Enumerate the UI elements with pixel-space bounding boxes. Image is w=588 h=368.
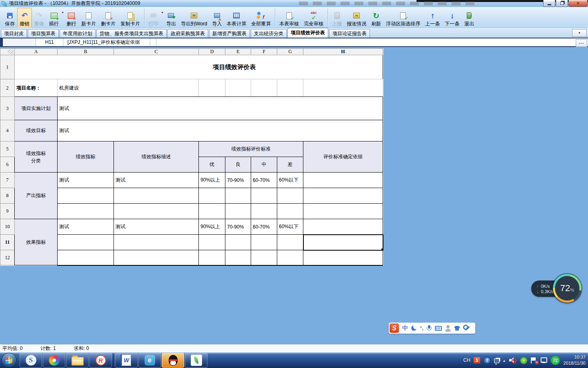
cell-f10[interactable]: 60-70% <box>251 219 277 235</box>
cell-g11[interactable] <box>277 235 303 250</box>
cell-g12[interactable] <box>277 250 303 265</box>
cell-g2[interactable] <box>277 79 303 97</box>
cell-c7[interactable]: 测试 <box>114 173 199 188</box>
cell-h7[interactable] <box>303 173 383 188</box>
column-header-h[interactable]: H <box>303 49 383 55</box>
toolbar-button-refresh[interactable]: 刷新 <box>369 8 383 29</box>
cell-e8[interactable] <box>225 188 251 204</box>
row-header-11[interactable]: 11 <box>0 235 15 250</box>
tab-overflow-button[interactable] <box>572 29 587 37</box>
column-header-d[interactable]: D <box>199 49 225 55</box>
cell-hdr-standard[interactable]: 绩效指标评价标准 <box>199 141 303 157</box>
cell-d8[interactable] <box>199 188 225 204</box>
cell-b11[interactable] <box>58 235 114 250</box>
print-dropdown-icon[interactable]: ▼ <box>161 11 164 14</box>
toolbar-button-exit[interactable]: 退出 <box>462 8 477 29</box>
punctuation-icon[interactable]: °, <box>420 325 423 331</box>
cell-group-output[interactable]: 产出指标 <box>15 173 58 219</box>
row-header-3[interactable]: 3 <box>0 97 15 120</box>
soft-keyboard-icon[interactable] <box>435 326 442 331</box>
cell-c11[interactable] <box>114 235 199 250</box>
toolbar-button-insert-row[interactable]: 插行 <box>47 8 61 29</box>
cell-d7[interactable]: 90%以上 <box>199 173 225 188</box>
sogou-ime-tray-icon[interactable] <box>474 357 480 364</box>
cell-c12[interactable] <box>114 250 199 265</box>
cell-hdr-poor[interactable]: 差 <box>277 157 303 173</box>
cell-f9[interactable] <box>251 204 277 219</box>
column-header-e[interactable]: E <box>225 49 251 55</box>
row-header-1[interactable]: 1 <box>0 55 15 79</box>
cell-impl-plan-label[interactable]: 项目实施计划 <box>15 97 58 120</box>
formula-bar-more-button[interactable]: ... <box>576 39 587 47</box>
cell-c9[interactable] <box>114 204 199 219</box>
cell-g7[interactable]: 60%以下 <box>277 173 303 188</box>
toolbar-button-delete-row[interactable]: 删行 <box>64 8 79 29</box>
cell-reference[interactable]: H11 <box>36 38 63 46</box>
taskbar-qq-active[interactable] <box>162 353 184 368</box>
cell-hdr-excellent[interactable]: 优 <box>199 157 225 173</box>
cell-g10[interactable]: 60%以下 <box>277 219 303 235</box>
cell-b12[interactable] <box>58 250 114 265</box>
cell-f7[interactable]: 60-70% <box>251 173 277 188</box>
tab-goods-services-budget[interactable]: 货物、服务类项目支出预算表 <box>96 29 167 38</box>
clock[interactable]: 10:37 2018/11/30 <box>564 354 586 366</box>
cell-d9[interactable] <box>199 204 225 219</box>
taskbar-file-explorer[interactable] <box>66 353 89 368</box>
column-header-g[interactable]: G <box>277 49 303 55</box>
cell-hdr-good[interactable]: 良 <box>225 157 251 173</box>
toolbar-button-import[interactable]: 导入 <box>209 8 224 29</box>
toolbar-button-filter-sort[interactable]: 浮动区筛选排序 <box>383 8 423 29</box>
toolbar-button-save[interactable]: 保存 <box>2 8 17 29</box>
tab-annual-plan[interactable]: 年度用款计划 <box>60 29 96 38</box>
row-header-12[interactable]: 12 <box>0 250 15 265</box>
fullwidth-moon-icon[interactable] <box>411 325 416 331</box>
chinese-mode-toggle[interactable]: 中 <box>402 325 408 332</box>
cell-h8[interactable] <box>303 188 383 204</box>
row-header-2[interactable]: 2 <box>0 79 15 97</box>
cell-hdr-indicator[interactable]: 绩效指标 <box>58 141 114 173</box>
ime-account-icon[interactable] <box>445 325 451 332</box>
toolbar-button-undo[interactable]: 撤销 <box>17 8 32 29</box>
cell-project-name-label[interactable]: 项目名称： <box>15 79 58 97</box>
tab-project-report[interactable]: 项目论证报告表 <box>329 29 370 38</box>
tab-gov-procurement[interactable]: 政府采购预算表 <box>167 29 208 38</box>
cell-perf-goal-label[interactable]: 绩效目标 <box>15 120 58 141</box>
cell-project-name-value[interactable]: 机房建设 <box>58 79 199 97</box>
tab-expense-category[interactable]: 支出经济分类 <box>251 29 287 38</box>
cell-f2[interactable] <box>251 79 277 97</box>
cell-f12[interactable] <box>251 250 277 265</box>
battery-percent-icon[interactable]: 72 <box>550 355 560 365</box>
toolbar-button-prev-record[interactable]: 上一条 <box>423 8 442 29</box>
cell-h9[interactable] <box>303 204 383 219</box>
cell-impl-plan-value[interactable]: 测试 <box>58 97 383 120</box>
toolbar-button-new-card[interactable]: 新卡片 <box>79 8 98 29</box>
cell-h2[interactable] <box>303 79 383 97</box>
tab-performance-eval[interactable]: 项目绩效评价表 <box>287 28 328 38</box>
cell-f8[interactable] <box>251 188 277 204</box>
cell-d12[interactable] <box>199 250 225 265</box>
action-center-flag-icon[interactable] <box>531 357 537 364</box>
toolbar-button-recalc-all[interactable]: 全部重算 <box>249 8 273 29</box>
taskbar-browser[interactable] <box>43 353 65 368</box>
sogou-ime-logo-icon[interactable] <box>390 323 399 333</box>
memory-usage-ball[interactable]: 72% <box>553 274 581 303</box>
minimize-button[interactable] <box>543 0 555 7</box>
taskbar-sogou-browser[interactable] <box>20 353 42 368</box>
toolbar-button-delete-card[interactable]: 删卡片 <box>98 8 118 29</box>
toolbar-button-copy-card[interactable]: 复制卡片 <box>118 8 143 29</box>
column-header-b[interactable]: B <box>58 49 114 55</box>
toolbar-button-export-word[interactable]: 导出到Word <box>178 8 209 29</box>
ime-skin-icon[interactable] <box>454 326 460 331</box>
help-tray-icon[interactable] <box>483 357 491 364</box>
cell-f11[interactable] <box>251 235 277 250</box>
tab-new-assets[interactable]: 新增资产购置表 <box>209 29 250 38</box>
taskbar-messenger[interactable] <box>138 353 161 368</box>
tab-project-cover[interactable]: 项目封皮 <box>1 29 27 38</box>
row-header-8[interactable]: 8 <box>0 188 15 204</box>
taskbar-word[interactable] <box>115 353 138 368</box>
close-button[interactable] <box>568 0 588 7</box>
volume-muted-icon[interactable] <box>509 357 517 363</box>
row-header-10[interactable]: 10 <box>0 219 15 235</box>
toolbar-button-next-record[interactable]: 下一条 <box>442 8 462 29</box>
cell-table-title[interactable]: 项目绩效评价表 <box>15 55 383 79</box>
